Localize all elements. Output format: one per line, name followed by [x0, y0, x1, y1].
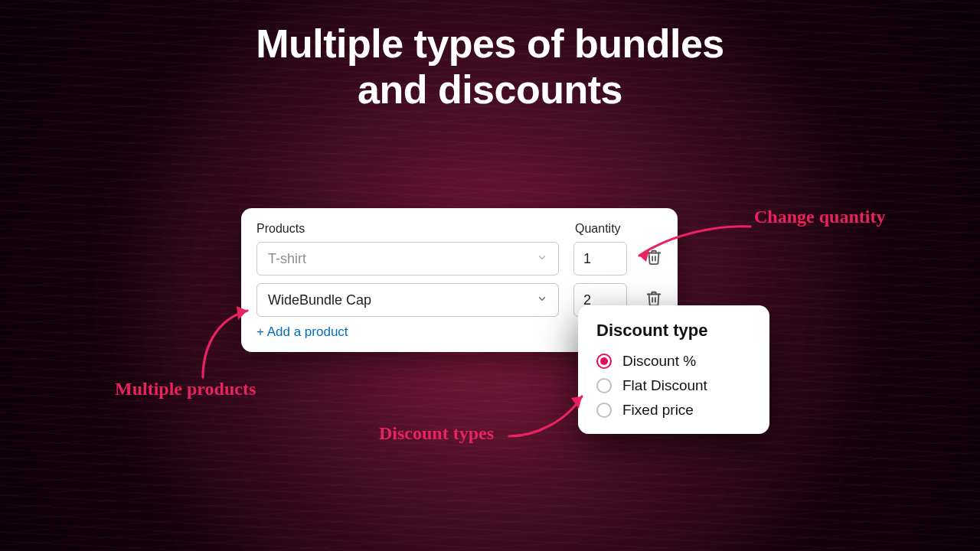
- add-product-label: + Add a product: [256, 324, 348, 339]
- radio-icon: [596, 403, 612, 418]
- chevron-down-icon: [537, 251, 547, 267]
- quantity-input[interactable]: 1: [573, 242, 627, 276]
- product-select[interactable]: WideBundle Cap: [256, 283, 559, 317]
- products-header-row: Products Quantity: [256, 222, 662, 236]
- stage: Multiple types of bundles and discounts …: [0, 0, 980, 551]
- discount-option-flat[interactable]: Flat Discount: [596, 377, 751, 394]
- discount-type-title: Discount type: [596, 321, 751, 341]
- discount-option-fixed[interactable]: Fixed price: [596, 402, 751, 419]
- product-select-value: T-shirt: [268, 251, 306, 267]
- trash-icon[interactable]: [645, 249, 662, 269]
- annotation-change-quantity: Change quantity: [754, 207, 885, 227]
- product-select-value: WideBundle Cap: [268, 292, 371, 308]
- discount-option-label: Fixed price: [622, 402, 694, 419]
- headline-line-1: Multiple types of bundles: [256, 21, 724, 66]
- products-label: Products: [256, 222, 561, 236]
- quantity-label: Quantity: [561, 222, 638, 236]
- discount-option-percent[interactable]: Discount %: [596, 353, 751, 370]
- arrow-icon: [505, 390, 590, 444]
- discount-option-label: Discount %: [622, 353, 696, 370]
- product-select[interactable]: T-shirt: [256, 242, 559, 276]
- discount-option-label: Flat Discount: [622, 377, 707, 394]
- annotation-multiple-products: Multiple products: [115, 379, 256, 399]
- quantity-value: 1: [583, 251, 591, 267]
- chevron-down-icon: [537, 292, 547, 308]
- product-row: T-shirt 1: [256, 242, 662, 276]
- discount-type-card: Discount type Discount % Flat Discount F…: [578, 305, 769, 434]
- headline-line-2: and discounts: [358, 67, 622, 112]
- page-headline: Multiple types of bundles and discounts: [0, 21, 980, 113]
- annotation-discount-types: Discount types: [379, 423, 494, 444]
- radio-icon: [596, 378, 612, 393]
- radio-icon: [596, 354, 612, 369]
